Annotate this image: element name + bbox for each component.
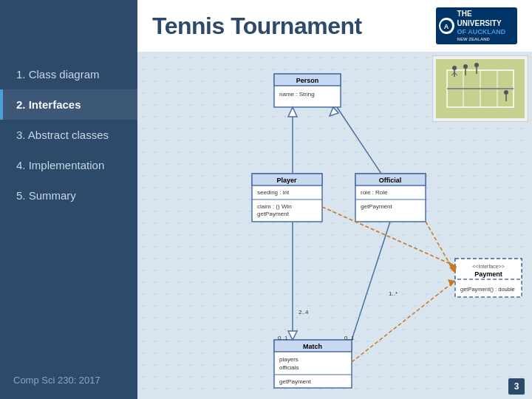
university-logo: A THE UNIVERSITY OF AUCKLAND NEW ZEALAND <box>436 7 517 44</box>
svg-text:name : String: name : String <box>279 91 315 98</box>
sidebar: 1. Class diagram 2. Interfaces 3. Abstra… <box>0 0 137 399</box>
sidebar-item-abstract-classes[interactable]: 3. Abstract classes <box>0 120 137 150</box>
page-number: 3 <box>508 378 525 395</box>
svg-text:officials: officials <box>279 364 299 371</box>
sidebar-item-summary[interactable]: 5. Summary <box>0 180 137 211</box>
svg-text:getPayment: getPayment <box>279 378 311 385</box>
svg-text:0..1: 0..1 <box>344 335 355 341</box>
svg-text:getPayment: getPayment <box>257 211 289 217</box>
svg-marker-24 <box>288 107 297 117</box>
svg-text:0..1: 0..1 <box>278 335 288 341</box>
svg-text:players: players <box>279 356 299 363</box>
uml-diagram: Person name : String Player seeding : in… <box>137 52 532 399</box>
svg-text:getPayment() : double: getPayment() : double <box>460 286 515 293</box>
svg-line-25 <box>337 107 381 174</box>
svg-text:A: A <box>444 23 449 30</box>
sidebar-item-implementation[interactable]: 4. Implementation <box>0 150 137 180</box>
main-content: Tennis Tournament A THE UNIVERSITY OF AU… <box>137 0 532 399</box>
header: Tennis Tournament A THE UNIVERSITY OF AU… <box>137 0 532 52</box>
svg-text:seeding : int: seeding : int <box>257 189 290 196</box>
svg-text:<<Interface>>: <<Interface>> <box>472 264 505 269</box>
svg-marker-55 <box>288 331 297 340</box>
diagram-area: Person name : String Player seeding : in… <box>137 52 532 399</box>
svg-text:1..*: 1..* <box>389 290 398 297</box>
svg-text:claim : () Win: claim : () Win <box>257 203 292 210</box>
page-title: Tennis Tournament <box>152 13 362 40</box>
svg-text:Person: Person <box>296 77 319 84</box>
logo-text: THE UNIVERSITY OF AUCKLAND NEW ZEALAND <box>457 9 514 42</box>
svg-line-57 <box>352 222 390 340</box>
svg-text:Match: Match <box>303 343 322 350</box>
svg-marker-62 <box>448 279 455 287</box>
svg-text:Player: Player <box>276 177 297 184</box>
sidebar-footer: Comp Sci 230: 2017 <box>13 375 100 386</box>
logo-emblem: A <box>439 18 454 34</box>
svg-text:Payment: Payment <box>474 270 502 278</box>
svg-marker-26 <box>330 107 338 116</box>
sidebar-item-interfaces[interactable]: 2. Interfaces <box>0 89 137 120</box>
svg-text:role : Role: role : Role <box>361 189 388 196</box>
svg-text:Official: Official <box>379 177 402 184</box>
sidebar-item-class-diagram[interactable]: 1. Class diagram <box>0 59 137 89</box>
svg-text:2..4: 2..4 <box>299 309 309 316</box>
svg-text:getPayment: getPayment <box>361 203 392 210</box>
